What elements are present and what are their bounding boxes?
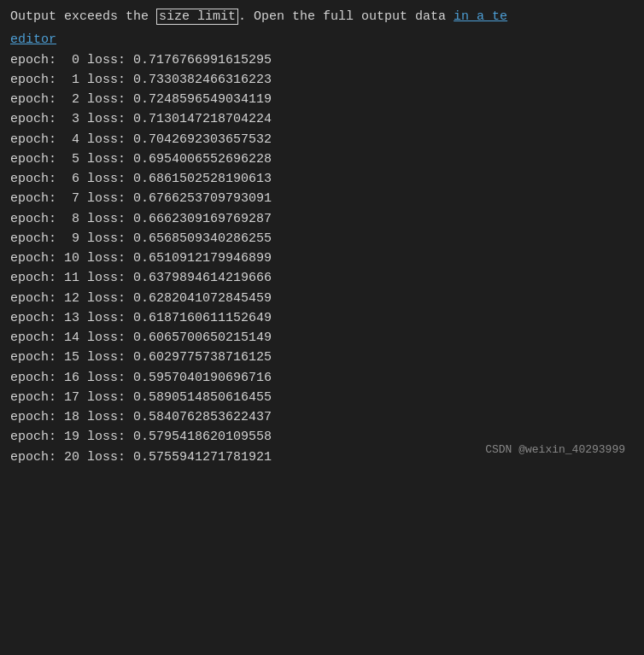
epoch-line: epoch: 8 loss: 0.6662309169769287 (10, 209, 634, 229)
epochs-container: epoch: 0 loss: 0.7176766991615295epoch: … (10, 50, 634, 467)
text-editor-link-part1[interactable]: in a te (454, 9, 507, 24)
header-middle: . Open the full output data (238, 9, 454, 24)
epoch-line: epoch: 9 loss: 0.6568509340286255 (10, 229, 634, 249)
epoch-line: epoch: 14 loss: 0.6065700650215149 (10, 328, 634, 348)
epoch-line: epoch: 4 loss: 0.7042692303657532 (10, 130, 634, 149)
epoch-line: epoch: 2 loss: 0.7248596549034119 (10, 90, 634, 109)
header-line: Output exceeds the size limit. Open the … (10, 7, 634, 26)
epoch-line: epoch: 11 loss: 0.6379894614219666 (10, 268, 634, 288)
epoch-line: epoch: 18 loss: 0.5840762853622437 (10, 407, 634, 427)
epoch-line: epoch: 15 loss: 0.6029775738716125 (10, 348, 634, 367)
epoch-line: epoch: 5 loss: 0.6954006552696228 (10, 149, 634, 169)
header-prefix: Output exceeds the (10, 9, 156, 24)
watermark: CSDN @weixin_40293999 (485, 442, 625, 459)
text-editor-link-part2[interactable]: editor (10, 32, 56, 47)
editor-link-line: editor (10, 30, 634, 50)
epoch-line: epoch: 16 loss: 0.5957040190696716 (10, 368, 634, 388)
epoch-line: epoch: 1 loss: 0.7330382466316223 (10, 70, 634, 90)
epoch-line: epoch: 7 loss: 0.6766253709793091 (10, 189, 634, 208)
epoch-line: epoch: 0 loss: 0.7176766991615295 (10, 50, 634, 70)
epoch-line: epoch: 6 loss: 0.6861502528190613 (10, 169, 634, 189)
output-container: Output exceeds the size limit. Open the … (10, 7, 634, 467)
epoch-line: epoch: 17 loss: 0.5890514850616455 (10, 388, 634, 407)
epoch-line: epoch: 13 loss: 0.6187160611152649 (10, 308, 634, 328)
epoch-line: epoch: 12 loss: 0.6282041072845459 (10, 289, 634, 308)
epoch-line: epoch: 10 loss: 0.6510912179946899 (10, 249, 634, 268)
size-limit-link[interactable]: size limit (156, 9, 238, 25)
epoch-line: epoch: 3 loss: 0.7130147218704224 (10, 109, 634, 129)
